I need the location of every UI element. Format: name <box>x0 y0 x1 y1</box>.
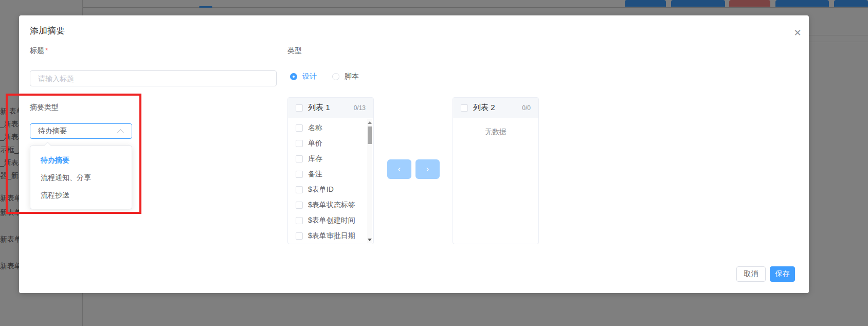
transfer-target-panel: 列表 2 0/0 无数据 <box>453 97 539 244</box>
transfer-item-label: $表单创建时间 <box>308 216 355 225</box>
transfer-item[interactable]: 备注 <box>288 167 373 182</box>
transfer-item[interactable]: 名称 <box>288 120 373 136</box>
checkbox[interactable] <box>296 202 303 209</box>
dropdown-option-cc[interactable]: 流程抄送 <box>30 186 132 204</box>
transfer-source-title: 列表 1 <box>308 103 330 113</box>
transfer-item-label: $表单状态标签 <box>308 201 355 210</box>
scrollbar-thumb[interactable] <box>368 126 372 144</box>
transfer-source-header: 列表 1 0/13 <box>288 98 373 118</box>
checkbox[interactable] <box>296 232 303 240</box>
save-button[interactable]: 保存 <box>770 266 795 282</box>
transfer-item-label: 单价 <box>308 139 322 148</box>
transfer-item-label: 库存 <box>308 154 322 164</box>
transfer-item[interactable]: $表单ID <box>288 182 373 197</box>
checkbox[interactable] <box>296 104 303 112</box>
checkbox[interactable] <box>296 217 303 224</box>
transfer-target-title: 列表 2 <box>473 103 495 113</box>
radio-selected-icon <box>290 73 297 80</box>
title-field-label: 标题* <box>30 46 48 56</box>
dropdown-option-todo[interactable]: 待办摘要 <box>30 151 132 169</box>
transfer-item-label: 名称 <box>308 123 322 133</box>
scrollbar[interactable] <box>367 119 372 243</box>
transfer-source-panel: 列表 1 0/13 名称 单价 库存 <box>287 97 374 244</box>
dialog-title: 添加摘要 <box>30 25 65 37</box>
transfer-left-button[interactable]: ‹ <box>387 159 411 179</box>
cancel-button[interactable]: 取消 <box>736 266 766 282</box>
required-mark: * <box>45 46 48 55</box>
summary-type-label: 摘要类型 <box>30 103 59 112</box>
checkbox[interactable] <box>296 171 303 178</box>
transfer-target-list: 无数据 <box>453 118 538 244</box>
checkbox[interactable] <box>296 155 303 162</box>
radio-script[interactable]: 脚本 <box>332 72 359 81</box>
dropdown-option-notify[interactable]: 流程通知、分享 <box>30 169 132 186</box>
transfer-source-count: 0/13 <box>354 104 366 112</box>
checkbox[interactable] <box>296 186 303 193</box>
transfer-item[interactable]: $表单状态标签 <box>288 197 373 213</box>
summary-type-dropdown: 待办摘要 流程通知、分享 流程抄送 <box>30 146 132 209</box>
transfer-item-label: $表单ID <box>308 185 334 194</box>
add-summary-dialog: 添加摘要 ✕ 标题* 类型 设计 脚本 摘要类型 待办摘要 待办摘要 流程 <box>19 15 809 293</box>
checkbox[interactable] <box>461 104 468 112</box>
type-field-label: 类型 <box>287 46 302 56</box>
empty-text: 无数据 <box>453 118 538 137</box>
transfer-item[interactable]: 库存 <box>288 151 373 167</box>
checkbox[interactable] <box>296 140 303 147</box>
screen: 新 表单 _新表单 _新表单 示框_新 _新表单 器_新表 新表单 新表单 新表… <box>0 0 868 326</box>
transfer-item-label: 备注 <box>308 170 322 179</box>
scroll-down-icon[interactable] <box>368 238 372 242</box>
transfer-item[interactable]: 单价 <box>288 136 373 151</box>
transfer-target-header: 列表 2 0/0 <box>453 98 538 118</box>
transfer-item[interactable]: $表单创建时间 <box>288 213 373 228</box>
transfer-right-button[interactable]: › <box>415 159 440 179</box>
radio-unselected-icon <box>332 73 339 80</box>
radio-design[interactable]: 设计 <box>290 72 317 81</box>
radio-label: 设计 <box>302 72 317 81</box>
transfer-item[interactable]: $表单审批日期 <box>288 228 373 244</box>
chevron-up-icon <box>117 129 124 136</box>
title-label-text: 标题 <box>30 46 44 55</box>
transfer-source-list: 名称 单价 库存 备注 $表单ID $表 <box>288 118 373 244</box>
close-icon[interactable]: ✕ <box>790 26 805 40</box>
radio-label: 脚本 <box>345 72 359 81</box>
summary-type-select[interactable]: 待办摘要 <box>30 123 132 139</box>
title-input[interactable] <box>30 70 277 86</box>
transfer-target-count: 0/0 <box>522 104 531 112</box>
transfer-item-label: $表单审批日期 <box>308 231 355 241</box>
scroll-up-icon[interactable] <box>368 120 372 124</box>
type-radio-group: 设计 脚本 <box>290 72 359 81</box>
summary-type-value: 待办摘要 <box>38 126 67 136</box>
checkbox[interactable] <box>296 124 303 132</box>
